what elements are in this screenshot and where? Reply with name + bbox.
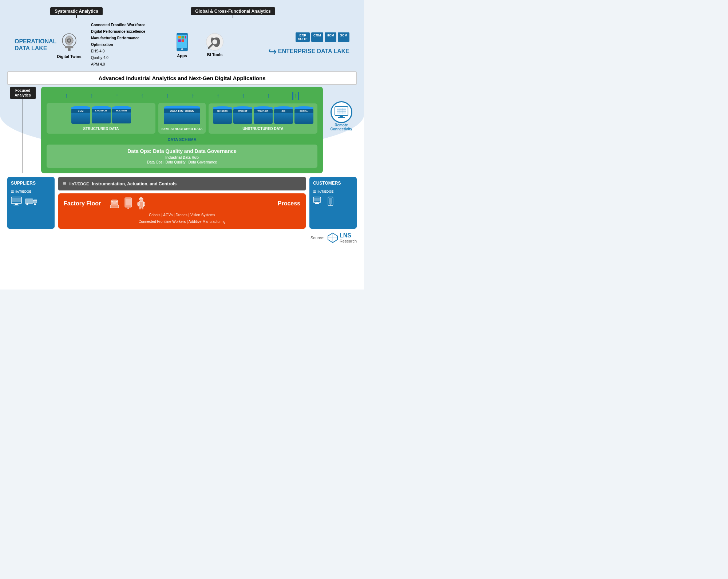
arrow-up-10: ↑ [292,92,299,100]
apps-col: Apps [167,32,197,58]
systematic-items-col: Connected Frontline Workforce Digital Pe… [91,22,164,68]
svg-rect-26 [15,204,18,205]
svg-rect-42 [143,202,145,206]
global-label-wrap: Global & Cross-Functional Analytics [142,7,324,15]
item-4: EHS 4.0 [91,48,164,55]
gis-cylinder: GIS [274,106,293,124]
factory-row: Factory Floor [64,197,300,210]
industrial-hub-label: Industrial Data Hub [50,155,314,159]
weather-cylinder: WEATHER [254,106,273,124]
arrow-up-4: ↑ [141,92,144,100]
structured-data-group: SCM ENGR/PLM MES/MOM [47,103,155,134]
svg-point-35 [116,201,118,202]
systematic-analytics-label: Systematic Analytics [50,7,103,15]
svg-rect-10 [181,36,184,38]
structured-data-label: STRUCTURED DATA [83,127,119,131]
customers-box: CUSTOMERS ≡ IIoT/EDGE [309,177,357,229]
svg-point-8 [181,48,183,50]
erp-suite-box: ERPSUITE [296,32,310,42]
suppliers-title: SUPPLIERS [11,181,51,186]
svg-rect-12 [178,39,181,42]
data-ops-section: Data Ops: Data Quality and Data Governan… [47,145,317,168]
data-ops-items: Data Ops | Data Quality | Data Governanc… [50,160,314,164]
wrench-icon [206,33,224,51]
gear-icon [58,31,80,53]
arrow-up-2: ↑ [90,92,94,100]
top-labels-row: Systematic Analytics Global & Cross-Func… [7,7,357,15]
item-3: Manufacturing PerformanceOptimization [91,35,164,48]
global-analytics-label: Global & Cross-Functional Analytics [191,7,275,15]
svg-rect-50 [329,198,332,204]
bi-tools-col: BI Tools [200,33,229,57]
iiot-edge-label: IIoT/EDGE [70,182,89,186]
arrow-up-6: ↑ [191,92,194,100]
focused-analytics-col: Focused Analytics [7,87,38,173]
remote-connectivity-label: Remote Connectivity [326,123,357,131]
svg-rect-11 [185,36,186,38]
hcm-box: HCM [325,32,337,42]
svg-rect-22 [340,115,343,117]
social-cylinder: SOCIAL [294,106,313,124]
instrumentation-title: Instrumentation, Actuation, and Controls [92,181,177,186]
remote-circle [331,101,352,123]
customers-device-icon [313,197,324,206]
db-icon-suppliers: ≡ [11,189,14,194]
svg-rect-9 [178,36,181,38]
svg-rect-44 [142,207,143,209]
svg-point-15 [212,39,217,44]
systematic-label-wrap: Systematic Analytics [40,7,113,15]
svg-rect-41 [138,202,139,206]
top-section: OPERATIONAL DATA LAKE Digital Twins [7,22,357,68]
erp-boxes: ERPSUITE CRM HCM SCM [296,32,349,42]
factory-floor-box: Factory Floor [58,193,306,229]
remote-connectivity-col: Remote Connectivity [326,87,357,173]
crm-box: CRM [311,32,323,42]
systematic-items-list: Connected Frontline Workforce Digital Pe… [91,22,164,68]
arrow-up-9: ↑ [267,92,270,100]
svg-point-30 [34,203,36,205]
structured-cylinders: SCM ENGR/PLM MES/MOM [71,106,131,124]
scm-box: SCM [338,32,349,42]
suppliers-icons [11,197,51,206]
item-2: Digital Performance Excellence [91,28,164,35]
svg-rect-32 [112,201,116,204]
customers-iiot: ≡ IIoT/EDGE [313,189,353,194]
bi-tools-label: BI Tools [207,52,223,57]
svg-rect-2 [65,46,74,48]
svg-point-51 [330,204,331,205]
arrow-up-8: ↑ [242,92,245,100]
semi-structured-group: DATA HISTORIAN SEMI-STRUCTURED DATA [158,103,206,134]
svg-rect-3 [68,48,71,51]
factory-icons [108,197,147,210]
factory-floor-title: Factory Floor [64,200,101,207]
unstructured-group: SENSORS MARKET WEATHER [209,103,317,134]
factory-items-line1: Cobots | AGVs | Drones | Vision Systems … [64,212,300,225]
middle-bottom: ≡ IIoT/EDGE Instrumentation, Actuation, … [58,177,306,229]
svg-rect-43 [139,207,141,209]
instrumentation-bar: ≡ IIoT/EDGE Instrumentation, Actuation, … [58,177,306,190]
apps-label: Apps [177,54,187,58]
iiot-edge-icon: ≡ [63,180,67,188]
bottom-section: SUPPLIERS ≡ IIoT/EDGE [7,177,357,229]
arrow-up-7: ↑ [217,92,220,100]
cobot-icon [108,197,121,210]
operational-data-lake-label: OPERATIONAL DATA LAKE [15,38,47,52]
item-5: Quality 4.0 [91,55,164,61]
cylinders-row: SCM ENGR/PLM MES/MOM [47,103,317,134]
analytics-bar: Advanced Industrial Analytics and Next-G… [7,71,357,85]
monitor-icon [334,106,349,119]
sensors-cylinder: SENSORS [213,106,232,124]
engr-cylinder: ENGR/PLM [92,106,111,124]
main-content: Systematic Analytics Global & Cross-Func… [7,7,357,243]
focused-analytics-box: Focused Analytics [10,87,36,99]
suppliers-iiot: ≡ IIoT/EDGE [11,189,51,194]
svg-point-34 [111,201,113,202]
svg-rect-46 [314,198,320,201]
svg-rect-48 [315,203,319,204]
phone-icon [174,32,190,52]
db-icon-customers: ≡ [313,189,316,194]
svg-point-29 [26,203,28,205]
digital-twins-label: Digital Twins [57,54,81,59]
market-cylinder: MARKET [233,106,252,124]
page: Systematic Analytics Global & Cross-Func… [0,0,364,290]
